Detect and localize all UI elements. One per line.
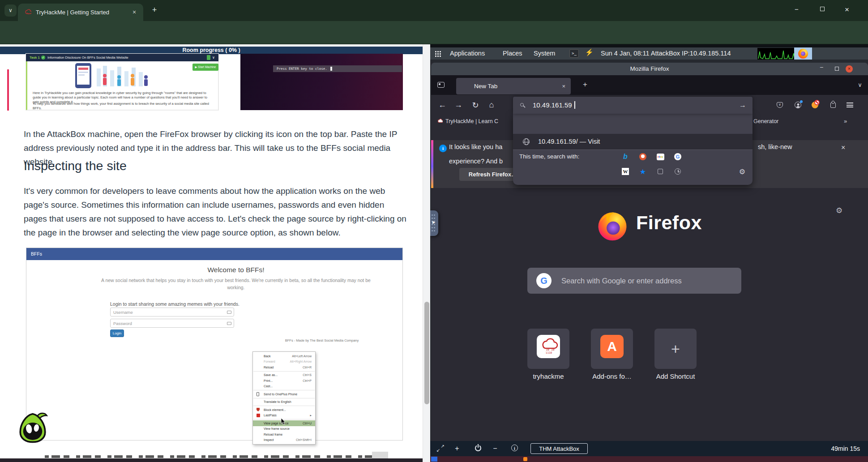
flameshot-icon[interactable]: ⚡: [585, 48, 594, 56]
ff-url-value[interactable]: 10.49.161.59: [533, 97, 572, 114]
zoom-in-icon[interactable]: +: [453, 445, 462, 453]
shortcut-addons[interactable]: A: [591, 329, 633, 369]
menu-item-reload-frame[interactable]: Reload frame: [253, 432, 315, 437]
split-view-handle[interactable]: ▶: [430, 210, 438, 236]
screen: ∨ TryHackMe | Getting Started × + − × ← …: [0, 0, 868, 462]
terminal-hint-text: Press ENTER key to close.: [277, 65, 327, 72]
page-scrollbar[interactable]: [423, 44, 430, 462]
ff-back-icon[interactable]: ←: [436, 100, 448, 110]
bookmark-generator[interactable]: Generator: [753, 116, 778, 127]
menu-item-block-element[interactable]: Block element...: [253, 407, 315, 413]
bookmarks-star-icon[interactable]: ★: [638, 167, 647, 176]
firefox-titlebar[interactable]: Mozilla Firefox − ×: [431, 63, 868, 75]
ff-forward-icon[interactable]: →: [453, 100, 464, 110]
history-clock-icon[interactable]: [673, 167, 682, 176]
firefox-view-icon[interactable]: [437, 82, 445, 88]
ff-url-bar[interactable]: 10.49.161.59 →: [513, 97, 753, 114]
task-illustration: [70, 62, 166, 90]
ff-new-tab-button[interactable]: +: [579, 78, 591, 91]
menu-item-send-to-phone[interactable]: Send to OnePlus Phone: [253, 391, 315, 397]
tryhackme-favicon: [24, 9, 31, 16]
ff-restore-button[interactable]: [835, 67, 839, 71]
extensions-puzzle-icon[interactable]: [830, 103, 836, 108]
ff-reload-icon[interactable]: ↻: [470, 100, 481, 110]
menu-item-save-as[interactable]: Save as...Ctrl+S: [253, 372, 315, 378]
tab-search-button[interactable]: ∨: [4, 4, 17, 17]
bffs-username-input[interactable]: [110, 308, 234, 317]
power-icon[interactable]: [475, 445, 481, 451]
clipped-text-line: [45, 455, 389, 458]
bffs-password-input[interactable]: [110, 319, 234, 328]
menu-applications[interactable]: Applications: [450, 47, 485, 60]
new-tab-button[interactable]: +: [149, 4, 160, 16]
menu-item-lastpass[interactable]: LastPass▸: [253, 413, 315, 419]
app-grid-icon[interactable]: [435, 51, 441, 57]
partial-element: [372, 452, 388, 459]
zoom-out-icon[interactable]: −: [491, 445, 500, 453]
shortcut-tryhackme[interactable]: 10 101110: [527, 329, 569, 369]
dropdown-visit-row[interactable]: 10.49.161.59/ — Visit: [513, 134, 753, 150]
collapse-arrow-icon: ▶: [432, 220, 435, 224]
shortcut-add[interactable]: +: [654, 329, 697, 369]
ff-home-icon[interactable]: ⌂: [486, 100, 497, 110]
menu-item-view-frame-source[interactable]: View frame source: [253, 426, 315, 432]
google-icon[interactable]: G: [673, 152, 682, 161]
bookmark-tryhackme[interactable]: TryHackMe | Learn C: [445, 116, 498, 127]
tabs-icon[interactable]: [656, 167, 665, 176]
bookmarks-overflow-chevron[interactable]: »: [844, 116, 847, 127]
menu-system[interactable]: System: [534, 47, 555, 60]
menu-item-inspect[interactable]: InspectCtrl+Shift+I: [253, 437, 315, 443]
newtab-gear-icon[interactable]: ⚙: [836, 206, 842, 215]
context-menu: BackAlt+Left Arrow ForwardAlt+Right Arro…: [252, 351, 316, 445]
hamburger-menu-icon[interactable]: [847, 103, 853, 107]
window-minimize-button[interactable]: −: [795, 5, 799, 13]
task-header[interactable]: Task 1 ✓ Information Disclosure On BFFs …: [26, 54, 218, 61]
url-go-icon[interactable]: →: [739, 97, 746, 114]
bffs-login-button[interactable]: Login: [110, 329, 124, 337]
terminal-icon[interactable]: >_: [569, 49, 579, 58]
menu-separator: [253, 406, 315, 406]
menu-item-translate[interactable]: Translate to English: [253, 399, 315, 405]
pocket-icon[interactable]: ∨: [777, 102, 783, 108]
wikipedia-icon[interactable]: W: [621, 167, 630, 176]
newtab-search-bar[interactable]: G Search with Google or enter address: [527, 268, 741, 294]
scrollbar-thumb[interactable]: [424, 302, 429, 404]
menu-item-reload[interactable]: ReloadCtrl+R: [253, 364, 315, 370]
attackbox-vm: Applications Places System >_ ⚡ Sun 4 Ja…: [430, 44, 868, 462]
tab-close-icon[interactable]: ×: [130, 8, 139, 17]
vm-desktop-topbar: Applications Places System >_ ⚡ Sun 4 Ja…: [430, 47, 868, 60]
start-machine-button[interactable]: ▶ Start Machine: [192, 64, 218, 71]
ff-minimize-button[interactable]: −: [820, 64, 823, 71]
fullscreen-icon[interactable]: ↗↙: [436, 444, 445, 453]
task-check-icon: ✓: [41, 56, 45, 60]
dropdown-separator: [513, 150, 753, 150]
plus-icon: +: [654, 329, 697, 369]
menu-item-back[interactable]: BackAlt+Left Arrow: [253, 353, 315, 359]
ff-tabs-dropdown-icon[interactable]: ∨: [854, 79, 866, 91]
adblock-icon[interactable]: [812, 102, 818, 108]
info-icon[interactable]: i: [511, 445, 518, 451]
notification-close-icon[interactable]: ×: [841, 144, 845, 152]
browser-tab[interactable]: TryHackMe | Getting Started ×: [18, 4, 143, 21]
bffs-login-hint: Login to start sharing some amazing meme…: [110, 301, 239, 307]
session-label[interactable]: THM AttackBox: [530, 443, 588, 454]
ff-tab-close-icon[interactable]: ×: [562, 78, 565, 94]
menu-item-print[interactable]: Print...Ctrl+P: [253, 378, 315, 384]
task-chevron-icon[interactable]: ∨: [212, 54, 215, 61]
vm-top-strip: [430, 44, 868, 47]
search-settings-gear-icon[interactable]: ⚙: [738, 167, 747, 176]
bffs-footer: BFFs - Made by The Best Social Media Com…: [255, 338, 389, 342]
chrome-tabstrip: ∨ TryHackMe | Getting Started × + − ×: [0, 0, 868, 21]
firefox-taskbar-icon[interactable]: [794, 47, 812, 60]
firefox-tab[interactable]: New Tab ×: [456, 78, 571, 94]
window-maximize-button[interactable]: [820, 7, 825, 11]
menu-places[interactable]: Places: [503, 47, 522, 60]
window-close-button[interactable]: ×: [845, 5, 849, 14]
ff-close-button[interactable]: ×: [846, 65, 853, 73]
bing-icon[interactable]: b: [621, 152, 630, 161]
system-monitor-graph[interactable]: [757, 48, 796, 60]
tryhackme-favicon: [436, 118, 443, 124]
duckduckgo-icon[interactable]: [638, 152, 647, 161]
ebay-icon[interactable]: ebay: [656, 152, 665, 161]
menu-item-cast[interactable]: Cast...: [253, 384, 315, 389]
